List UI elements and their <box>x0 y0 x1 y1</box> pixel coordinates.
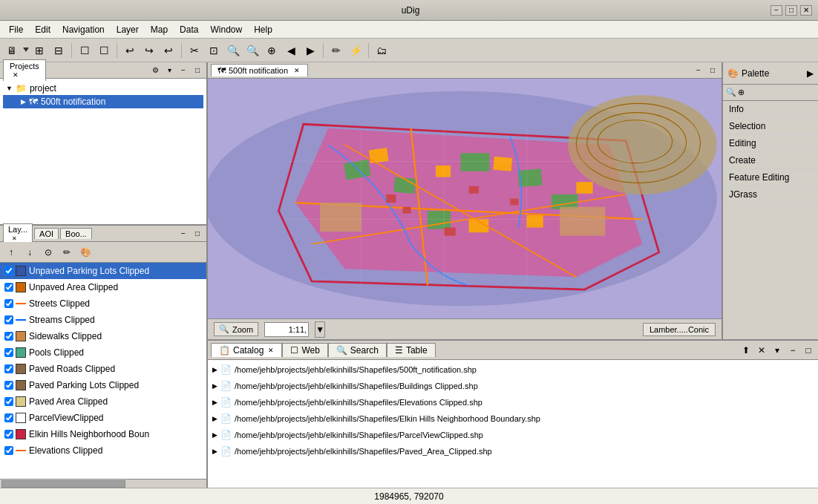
layer-checkbox[interactable] <box>4 315 13 324</box>
layer-checkbox[interactable] <box>4 446 13 455</box>
menu-item-data[interactable]: Data <box>174 23 204 36</box>
close-button[interactable]: ✕ <box>800 5 812 16</box>
layer-item[interactable]: Elkin Hills Neighborhood Boun <box>0 426 206 442</box>
projects-minimize[interactable]: − <box>177 65 189 76</box>
bottom-dropdown-btn[interactable]: ▾ <box>770 344 784 357</box>
bottom-tab-web[interactable]: ☐ Web <box>282 343 327 357</box>
tree-item-map[interactable]: ▶ 🗺 500ft notification <box>3 95 203 108</box>
catalog-close[interactable]: ✕ <box>268 347 274 354</box>
layer-item[interactable]: Unpaved Parking Lots Clipped <box>0 263 206 279</box>
map-minimize[interactable]: − <box>693 65 704 76</box>
toolbar-btn-2[interactable]: ⊞ <box>30 42 48 59</box>
layers-maximize[interactable]: □ <box>192 228 203 240</box>
layers-minimize[interactable]: − <box>177 228 189 240</box>
layer-item[interactable]: Elevations Clipped <box>0 442 206 459</box>
restore-button[interactable]: □ <box>785 5 797 16</box>
palette-item-feature-editing[interactable]: Feature Editing <box>723 169 818 186</box>
toolbar-btn-3[interactable]: ⊟ <box>50 42 68 59</box>
map-tab[interactable]: 🗺 500ft notification ✕ <box>211 64 308 76</box>
projects-icon-1[interactable]: ⚙ <box>149 65 161 76</box>
layer-edit-btn[interactable]: ✏ <box>59 244 75 261</box>
projects-maximize[interactable]: □ <box>192 65 203 76</box>
projection-btn[interactable]: Lamber.....Conic <box>643 323 716 336</box>
catalog-item[interactable]: ▶📄/home/jehb/projects/jehb/elkinhills/Sh… <box>209 394 817 410</box>
toolbar-btn-9[interactable]: 🗂 <box>373 42 390 59</box>
catalog-item[interactable]: ▶📄/home/jehb/projects/jehb/elkinhills/Sh… <box>209 410 817 427</box>
catalog-arrow-icon[interactable]: ▶ <box>212 382 217 390</box>
map-tab-close[interactable]: ✕ <box>292 66 301 75</box>
layer-down-btn[interactable]: ↓ <box>22 244 38 261</box>
catalog-arrow-icon[interactable]: ▶ <box>212 399 217 406</box>
bottom-close-btn[interactable]: ✕ <box>755 344 768 357</box>
catalog-arrow-icon[interactable]: ▶ <box>212 366 217 373</box>
layer-item[interactable]: Sidewalks Clipped <box>0 328 206 344</box>
bottom-maximize-btn[interactable]: □ <box>802 344 815 357</box>
layers-tab-boo[interactable]: Boo... <box>60 228 92 239</box>
layer-item[interactable]: Streams Clipped <box>0 312 206 328</box>
palette-item-editing[interactable]: Editing <box>723 135 818 152</box>
projects-icon-2[interactable]: ▾ <box>163 65 175 76</box>
toolbar-btn-5[interactable]: ☐ <box>95 42 113 59</box>
toolbar-btn-undo[interactable]: ↩ <box>121 42 139 59</box>
toolbar-btn-6[interactable]: ↩ <box>160 42 177 59</box>
projects-tab[interactable]: Projects ✕ <box>3 59 46 81</box>
layer-checkbox[interactable] <box>4 299 13 308</box>
catalog-item[interactable]: ▶📄/home/jehb/projects/jehb/elkinhills/Sh… <box>209 427 817 443</box>
menu-item-file[interactable]: File <box>3 23 29 36</box>
menu-item-edit[interactable]: Edit <box>29 23 56 36</box>
minimize-button[interactable]: − <box>770 5 782 16</box>
bottom-export-btn[interactable]: ⬆ <box>739 344 753 357</box>
toolbar-btn-cut[interactable]: ✂ <box>186 42 203 59</box>
layer-checkbox[interactable] <box>4 348 13 357</box>
layer-checkbox[interactable] <box>4 283 13 292</box>
toolbar-btn-4[interactable]: ☐ <box>76 42 94 59</box>
layer-item[interactable]: Paved Area Clipped <box>0 393 206 410</box>
tree-arrow-project[interactable]: ▼ <box>6 85 13 92</box>
catalog-arrow-icon[interactable]: ▶ <box>212 431 217 439</box>
toolbar-btn-zoom-in[interactable]: 🔍 <box>224 42 242 59</box>
layer-item[interactable]: Paved Parking Lots Clipped <box>0 377 206 393</box>
layer-checkbox[interactable] <box>4 413 13 422</box>
menu-item-layer[interactable]: Layer <box>111 23 145 36</box>
map-viewport[interactable] <box>208 79 722 318</box>
bottom-tab-catalog[interactable]: 📋 Catalog ✕ <box>211 343 282 357</box>
toolbar-btn-back[interactable]: ◀ <box>282 42 300 59</box>
layer-checkbox[interactable] <box>4 332 13 341</box>
catalog-arrow-icon[interactable]: ▶ <box>212 415 217 422</box>
menu-item-map[interactable]: Map <box>145 23 174 36</box>
palette-expand[interactable]: ▶ <box>807 68 814 79</box>
map-maximize[interactable]: □ <box>707 65 719 76</box>
toolbar-btn-select[interactable]: ⊡ <box>205 42 223 59</box>
layer-item[interactable]: Pools Clipped <box>0 344 206 361</box>
bottom-tab-table[interactable]: ☰ Table <box>387 343 436 357</box>
catalog-item[interactable]: ▶📄/home/jehb/projects/jehb/elkinhills/Sh… <box>209 443 817 459</box>
menu-item-navigation[interactable]: Navigation <box>56 23 111 36</box>
bottom-minimize-btn[interactable]: − <box>786 344 799 357</box>
catalog-item[interactable]: ▶📄/home/jehb/projects/jehb/elkinhills/Sh… <box>209 361 817 378</box>
layer-checkbox[interactable] <box>4 266 13 275</box>
palette-item-info[interactable]: Info <box>723 101 818 118</box>
layers-tab-aoi[interactable]: AOI <box>34 228 59 239</box>
scale-dropdown[interactable]: ▼ <box>315 321 325 338</box>
toolbar-btn-draw[interactable]: ✏ <box>327 42 345 59</box>
menu-item-help[interactable]: Help <box>248 23 278 36</box>
toolbar-btn-7[interactable]: ⊕ <box>263 42 281 59</box>
layer-item[interactable]: Paved Roads Clipped <box>0 361 206 377</box>
layer-item[interactable]: Streets Clipped <box>0 295 206 312</box>
toolbar-dropdown-1[interactable] <box>22 48 29 53</box>
layer-item[interactable]: Unpaved Area Clipped <box>0 279 206 295</box>
palette-item-create[interactable]: Create <box>723 152 818 169</box>
zoom-btn[interactable]: 🔍 Zoom <box>214 322 258 336</box>
toolbar-btn-fwd[interactable]: ▶ <box>301 42 319 59</box>
catalog-arrow-icon[interactable]: ▶ <box>212 448 217 455</box>
layer-checkbox[interactable] <box>4 430 13 439</box>
menu-item-window[interactable]: Window <box>204 23 248 36</box>
layer-style-btn[interactable]: 🎨 <box>77 244 94 261</box>
layer-up-btn[interactable]: ↑ <box>3 244 19 261</box>
palette-item-selection[interactable]: Selection <box>723 118 818 135</box>
tree-item-project[interactable]: ▼ 📁 project <box>3 82 203 95</box>
layer-item[interactable]: ParcelViewClipped <box>0 410 206 426</box>
catalog-item[interactable]: ▶📄/home/jehb/projects/jehb/elkinhills/Sh… <box>209 378 817 394</box>
scale-input[interactable] <box>264 322 309 337</box>
tree-arrow-map[interactable]: ▶ <box>21 98 26 105</box>
